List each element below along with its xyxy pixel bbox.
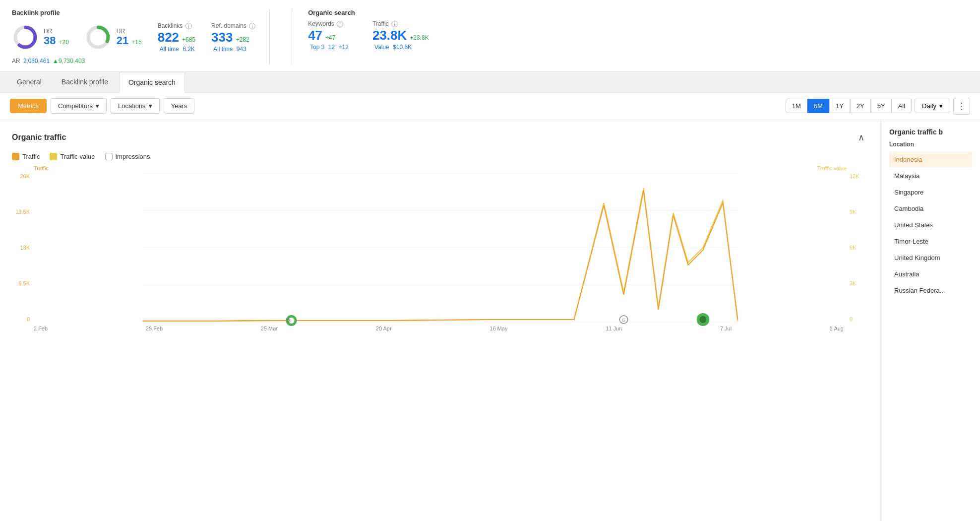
legend-traffic: Traffic — [12, 153, 40, 160]
chart-area-wrapper: 26K 19.5K 13K 6.5K 0 — [12, 173, 868, 324]
chart-svg: ② G — [34, 173, 847, 322]
dr-delta: +20 — [59, 39, 68, 46]
ur-value: 21 — [117, 35, 128, 47]
ref-domains-sub: All time 943 — [211, 46, 255, 53]
x-label-jun11: 11 Jun — [606, 326, 622, 331]
right-panel: Organic traffic b Location Indonesia Mal… — [881, 120, 980, 521]
backlink-profile-title: Backlink profile — [12, 9, 255, 16]
chart-collapse-button[interactable]: ∧ — [854, 130, 868, 145]
tab-general[interactable]: General — [8, 72, 51, 92]
legend-traffic-value: Traffic value — [50, 153, 95, 160]
keywords-metric: Keywords i 47 +47 Top 3 12 +12 — [308, 20, 349, 51]
backlink-profile-section: Backlink profile DR 38 +20 — [12, 9, 255, 65]
location-item-us[interactable]: United States — [889, 217, 972, 233]
traffic-value: 23.8K — [372, 28, 407, 43]
traffic-value-checkbox[interactable] — [50, 153, 57, 160]
period-group: 1M 6M 1Y 2Y 5Y All — [786, 99, 912, 113]
more-options-button[interactable]: ⋮ — [953, 98, 970, 115]
legend-traffic-value-label: Traffic value — [60, 153, 95, 160]
y-left-4: 19.5K — [15, 209, 30, 215]
datapoint-g-label: G — [622, 318, 625, 323]
location-section-label: Location — [889, 141, 972, 148]
datapoint-mar-label: ② — [287, 318, 291, 324]
location-item-uk[interactable]: United Kingdom — [889, 250, 972, 265]
traffic-info-icon[interactable]: i — [391, 21, 398, 27]
dr-values: DR 38 +20 — [44, 28, 69, 47]
ur-label: UR — [117, 28, 142, 35]
tab-organic-search[interactable]: Organic search — [119, 72, 185, 93]
competitors-button[interactable]: Competitors ▾ — [51, 98, 107, 114]
ar-label: AR — [12, 58, 20, 65]
period-5y[interactable]: 5Y — [871, 99, 892, 113]
ref-domains-info-icon[interactable]: i — [249, 23, 255, 29]
tab-backlink-profile[interactable]: Backlink profile — [53, 72, 117, 92]
backlinks-metric: Backlinks i 822 +685 All time 6.2K — [158, 22, 195, 53]
ar-value: 2,060,461 — [23, 58, 50, 65]
legend-traffic-label: Traffic — [22, 153, 40, 160]
right-axis-label: Traffic value — [817, 165, 847, 171]
x-label-feb28: 28 Feb — [146, 326, 163, 331]
location-item-singapore[interactable]: Singapore — [889, 185, 972, 200]
location-item-russia[interactable]: Russian Federa... — [889, 283, 972, 298]
years-button[interactable]: Years — [164, 98, 195, 114]
locations-button[interactable]: Locations ▾ — [111, 98, 160, 114]
chart-title: Organic traffic — [12, 133, 66, 142]
granularity-chevron-icon: ▾ — [939, 102, 943, 110]
keywords-value: 47 — [308, 28, 322, 43]
traffic-sub: Value $10.6K — [372, 44, 429, 51]
y-right-4: 9K — [850, 209, 856, 215]
traffic-checkbox[interactable] — [12, 153, 19, 160]
x-label-apr20: 20 Apr — [376, 326, 392, 331]
location-item-timor[interactable]: Timor-Leste — [889, 234, 972, 249]
backlinks-label: Backlinks i — [158, 22, 195, 29]
y-left-1: 0 — [27, 316, 30, 322]
location-item-australia[interactable]: Australia — [889, 266, 972, 282]
y-axis-right: 12K 9K 6K 3K 0 — [847, 173, 868, 322]
granularity-button[interactable]: Daily ▾ — [915, 99, 950, 113]
ur-metric: UR 21 +15 — [85, 24, 142, 51]
section-divider — [269, 9, 270, 65]
legend-impressions: Impressions — [105, 153, 150, 160]
location-item-cambodia[interactable]: Cambodia — [889, 201, 972, 216]
toolbar: Metrics Competitors ▾ Locations ▾ Years … — [0, 93, 980, 120]
competitors-chevron-icon: ▾ — [96, 102, 99, 110]
period-1m[interactable]: 1M — [786, 99, 807, 113]
organic-search-section: Organic search Keywords i 47 +47 Top 3 1… — [292, 9, 968, 65]
locations-chevron-icon: ▾ — [149, 102, 152, 110]
backlinks-delta: +685 — [182, 36, 195, 43]
backlinks-sub: All time 6.2K — [158, 46, 195, 53]
period-1y[interactable]: 1Y — [829, 99, 850, 113]
main-content: Organic traffic ∧ Traffic Traffic value … — [0, 120, 980, 521]
x-label-feb2: 2 Feb — [34, 326, 48, 331]
datapoint-jul-inner — [700, 316, 707, 323]
x-label-mar25: 25 Mar — [261, 326, 278, 331]
ur-donut-chart — [85, 24, 112, 51]
backlinks-info-icon[interactable]: i — [185, 23, 192, 29]
dr-label: DR — [44, 28, 69, 35]
ar-delta: ▲9,730,403 — [53, 58, 85, 65]
ref-domains-metric: Ref. domains i 333 +282 All time 943 — [211, 22, 255, 53]
organic-metrics-row: Keywords i 47 +47 Top 3 12 +12 Traffic i — [308, 20, 968, 51]
keywords-info-icon[interactable]: i — [337, 21, 343, 27]
traffic-delta: +23.8K — [410, 34, 429, 41]
chart-svg-container: ② G — [34, 173, 847, 324]
impressions-checkbox[interactable] — [105, 153, 113, 160]
metrics-button[interactable]: Metrics — [10, 99, 47, 113]
period-6m[interactable]: 6M — [807, 99, 829, 113]
backlinks-value: 822 — [158, 30, 179, 45]
y-right-5: 12K — [850, 173, 859, 179]
location-item-malaysia[interactable]: Malaysia — [889, 168, 972, 184]
y-right-1: 0 — [850, 316, 853, 322]
period-all[interactable]: All — [892, 99, 912, 113]
chart-panel: Organic traffic ∧ Traffic Traffic value … — [0, 120, 881, 521]
legend-impressions-label: Impressions — [116, 153, 150, 160]
traffic-label: Traffic i — [372, 20, 429, 27]
y-left-3: 13K — [20, 245, 30, 251]
organic-search-title: Organic search — [308, 9, 968, 16]
y-axis-left: 26K 19.5K 13K 6.5K 0 — [12, 173, 34, 322]
location-item-indonesia[interactable]: Indonesia — [889, 152, 972, 167]
period-2y[interactable]: 2Y — [850, 99, 871, 113]
ref-domains-value: 333 — [211, 30, 233, 45]
traffic-line — [143, 191, 738, 321]
traffic-value-line — [143, 188, 738, 321]
